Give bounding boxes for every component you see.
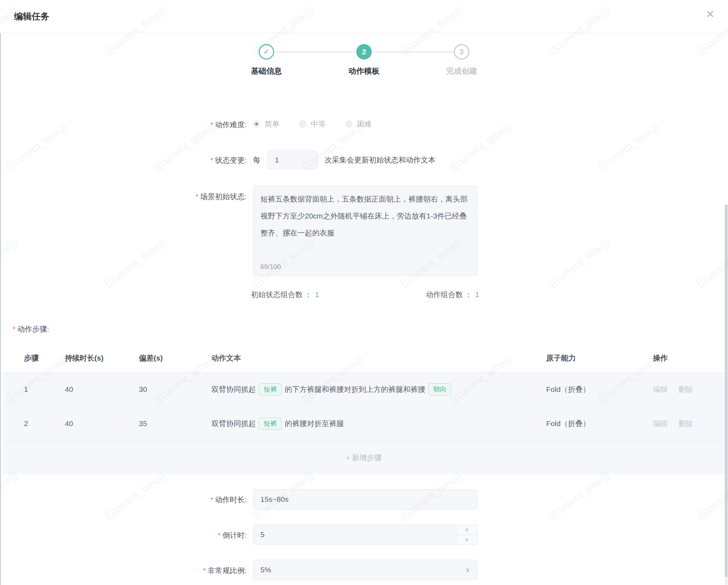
- unusual-ratio-label: *非常规比例:: [0, 566, 247, 575]
- stepper-up-icon[interactable]: ∧: [456, 525, 477, 535]
- countdown-value: 5: [260, 530, 265, 539]
- radio-dot: [255, 123, 258, 125]
- duration-value: 15s~80s: [260, 495, 289, 504]
- watermark-text: {{current_time}}: [448, 121, 513, 173]
- initial-combo-value: 1: [315, 290, 319, 298]
- step-1-circle: ✓: [259, 44, 274, 60]
- step-3: 3完成创建: [454, 44, 469, 60]
- initial-state-label: *场景初始状态:: [0, 192, 247, 202]
- step-1: ✓基础信息: [259, 44, 274, 60]
- dialog-title: 编辑任务: [14, 11, 49, 22]
- step-2-label: 动作模板: [348, 66, 380, 76]
- scrollbar-thumb[interactable]: [725, 204, 728, 577]
- stepper: ✓基础信息2动作模板3完成创建: [259, 44, 469, 60]
- char-counter: 69/100: [260, 263, 281, 271]
- cell-ability: Fold（折叠）: [546, 419, 653, 429]
- action-tag: 短裤: [259, 418, 282, 430]
- col-header-3: 偏差(s): [139, 353, 211, 363]
- radio-icon: [345, 121, 352, 128]
- cell-step: 2: [24, 419, 65, 428]
- initial-state-textarea[interactable]: 短裤五条数据背面朝上，五条数据正面朝上，裤腰朝右，离头部视野下方至少20cm之外…: [253, 185, 477, 276]
- required-marker: *: [210, 495, 213, 504]
- step-2-circle: 2: [356, 44, 372, 60]
- duration-label: *动作时长:: [0, 495, 247, 505]
- difficulty-option-1[interactable]: 简单: [253, 119, 279, 129]
- cell-operations: 编辑删除: [653, 419, 724, 429]
- watermark-text: {{current_time}}: [694, 469, 728, 522]
- action-combo-value: 1: [475, 290, 479, 298]
- cell-operations: 编辑删除: [653, 384, 724, 394]
- stepper-down-icon[interactable]: ∨: [456, 535, 477, 545]
- col-header-5: 原子能力: [546, 353, 653, 363]
- state-change-suffix: 次采集会更新初始状态和动作文本: [325, 155, 436, 165]
- dialog-header: 编辑任务 ✕: [0, 0, 728, 33]
- scrollbar-track: [725, 577, 728, 585]
- cell-duration: 40: [65, 419, 139, 428]
- action-text-fragment: 的下方裤腿和裤腰对折到上方的裤腿和裤腰: [285, 384, 425, 394]
- radio-icon: [299, 121, 306, 128]
- watermark-text: {{current_time}}: [546, 469, 612, 522]
- state-change-label: *状态变更:: [0, 155, 247, 165]
- combo-counts: 初始状态组合数 ：1 动作组合数 ：1: [251, 290, 479, 300]
- col-header-1: 步骤: [24, 353, 65, 363]
- radio-label: 简单: [265, 119, 279, 129]
- col-header-2: 持续时长(s): [65, 353, 139, 363]
- step-connector: [372, 51, 454, 53]
- action-combo-count: 动作组合数 ：1: [426, 290, 479, 300]
- cell-duration: 40: [65, 385, 139, 394]
- state-change-prefix: 每: [253, 155, 260, 165]
- watermark-text: {{current_time}}: [0, 237, 20, 289]
- initial-state-text: 短裤五条数据背面朝上，五条数据正面朝上，裤腰朝右，离头部视野下方至少20cm之外…: [260, 191, 470, 241]
- unusual-ratio-value: 5%: [260, 566, 271, 574]
- action-text-fragment: 双臂协同抓起: [211, 384, 256, 394]
- cell-step: 1: [24, 385, 65, 394]
- cell-ability: Fold（折叠）: [546, 384, 653, 394]
- action-tag: 朝向: [428, 383, 451, 395]
- edit-link[interactable]: 编辑: [653, 384, 668, 394]
- chevron-down-icon: ∨: [465, 566, 470, 574]
- difficulty-option-3[interactable]: 困难: [345, 119, 372, 129]
- col-header-6: 操作: [653, 353, 724, 363]
- action-text-fragment: 双臂协同抓起: [211, 419, 256, 429]
- radio-label: 中等: [311, 119, 326, 129]
- action-steps-table: 步骤持续时长(s)偏差(s)动作文本原子能力操作 14030双臂协同抓起短裤的下…: [3, 344, 724, 474]
- cell-action-text: 双臂协同抓起短裤的下方裤腿和裤腰对折到上方的裤腿和裤腰朝向: [211, 383, 546, 395]
- delete-link[interactable]: 删除: [678, 384, 693, 394]
- table-row: 14030双臂协同抓起短裤的下方裤腿和裤腰对折到上方的裤腿和裤腰朝向Fold（折…: [3, 372, 724, 407]
- cell-deviation: 35: [139, 419, 211, 428]
- edit-link[interactable]: 编辑: [653, 419, 668, 429]
- step-1-label: 基础信息: [251, 66, 282, 76]
- close-icon[interactable]: ✕: [706, 9, 715, 20]
- action-text-fragment: 的裤腰对折至裤腿: [285, 419, 344, 429]
- table-row: 24035双臂协同抓起短裤的裤腰对折至裤腿Fold（折叠）编辑删除: [3, 407, 724, 441]
- cell-deviation: 30: [139, 385, 211, 394]
- required-marker: *: [13, 325, 16, 333]
- required-marker: *: [210, 121, 213, 129]
- unusual-ratio-select[interactable]: 5% ∨: [253, 560, 477, 580]
- required-marker: *: [203, 566, 206, 574]
- difficulty-radio-group: 简单中等困难: [253, 116, 391, 132]
- action-tag: 短裤: [259, 383, 282, 395]
- difficulty-option-2[interactable]: 中等: [299, 119, 326, 129]
- cell-action-text: 双臂协同抓起短裤的裤腰对折至裤腿: [211, 418, 546, 430]
- state-change-value: 1: [275, 156, 279, 164]
- duration-input[interactable]: 15s~80s: [253, 489, 477, 510]
- col-header-4: 动作文本: [211, 353, 546, 363]
- table-body: 14030双臂协同抓起短裤的下方裤腿和裤腰对折到上方的裤腿和裤腰朝向Fold（折…: [3, 372, 724, 441]
- watermark-text: {{current_time}}: [546, 237, 612, 289]
- edit-task-dialog: 编辑任务 ✕ ✓基础信息2动作模板3完成创建 *动作难度: 简单中等困难 *状态…: [0, 0, 728, 585]
- required-marker: *: [210, 156, 213, 164]
- radio-label: 困难: [357, 119, 372, 129]
- watermark-text: {{current_time}}: [694, 237, 728, 289]
- state-change-input[interactable]: 1: [267, 150, 317, 169]
- required-marker: *: [218, 531, 221, 539]
- watermark-text: {{current_time}}: [596, 121, 661, 173]
- state-change-row: 每 1 次采集会更新初始状态和动作文本: [253, 150, 436, 169]
- step-2: 2动作模板: [356, 44, 372, 60]
- step-3-label: 完成创建: [446, 66, 477, 76]
- add-step-button[interactable]: + 新增步骤: [3, 441, 724, 474]
- watermark-text: {{current_time}}: [102, 237, 168, 289]
- countdown-input[interactable]: 5 ∧ ∨: [253, 524, 477, 545]
- delete-link[interactable]: 删除: [678, 419, 693, 429]
- action-steps-label: *动作步骤:: [13, 324, 49, 334]
